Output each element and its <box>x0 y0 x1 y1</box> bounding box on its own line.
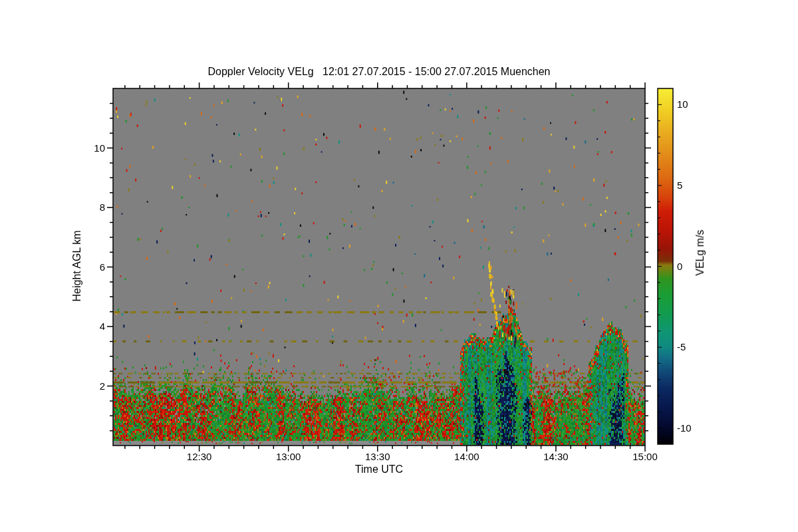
colorbar-tick-label: 10 <box>677 98 688 110</box>
y-tick-label: 8 <box>74 201 105 213</box>
colorbar-tick-label: -5 <box>677 341 686 353</box>
colorbar-tick-label: -10 <box>677 422 692 434</box>
x-tick-label: 15:00 <box>624 451 666 463</box>
y-tick-label: 10 <box>74 142 105 154</box>
x-tick-label: 12:30 <box>178 451 221 463</box>
colorbar-tick-label: 5 <box>677 180 682 192</box>
x-tick-label: 14:30 <box>535 451 577 463</box>
x-axis-label: Time UTC <box>113 464 645 475</box>
y-tick-label: 2 <box>74 380 105 392</box>
doppler-velocity-figure: Doppler Velocity VELg 12:01 27.07.2015 -… <box>0 0 798 532</box>
y-tick-label: 4 <box>74 321 105 332</box>
colorbar-label: VELg m/s <box>694 229 706 275</box>
colorbar-tick-label: 0 <box>677 261 682 273</box>
x-tick-label: 14:00 <box>446 451 488 463</box>
y-tick-label: 6 <box>74 261 105 273</box>
x-tick-label: 13:30 <box>356 451 399 463</box>
x-tick-label: 13:00 <box>267 451 310 463</box>
plot-title: Doppler Velocity VELg 12:01 27.07.2015 -… <box>113 66 645 78</box>
